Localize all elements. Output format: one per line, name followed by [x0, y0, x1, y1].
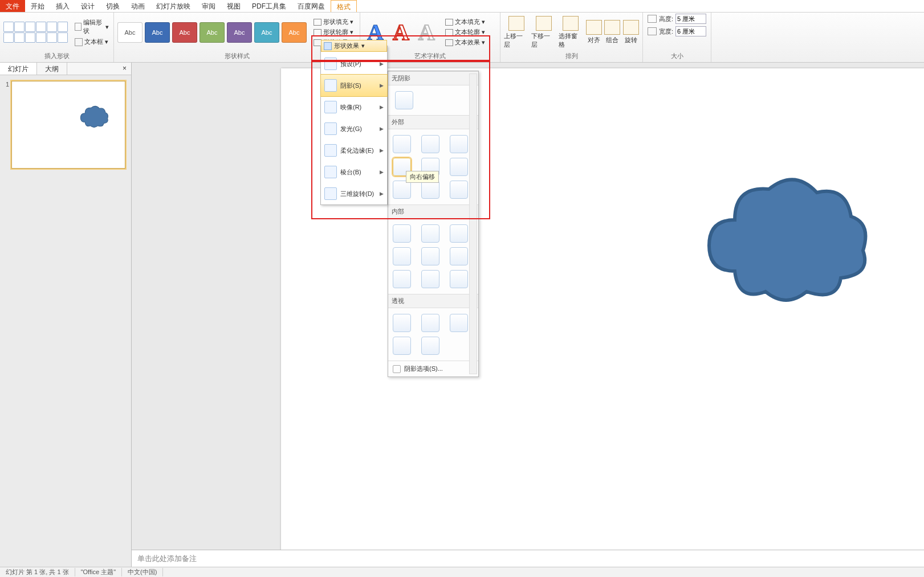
text-effects-button[interactable]: 文本效果 ▾	[444, 38, 486, 47]
text-fill-icon	[445, 19, 453, 26]
shadow-option[interactable]	[421, 224, 439, 243]
fx-glow[interactable]: 发光(G)▶	[321, 118, 387, 140]
shape-effects-menu: 形状效果 ▾ 预设(P)▶ 阴影(S)▶ 映像(R)▶ 发光(G)▶ 柔化边缘(…	[320, 46, 388, 205]
group-arrange: 上移一层 下移一层 选择窗格 对齐 组合 旋转 排列	[500, 13, 643, 62]
text-outline-button[interactable]: 文本轮廓 ▾	[444, 27, 486, 37]
fx-preset[interactable]: 预设(P)▶	[321, 53, 387, 75]
tab-pdf[interactable]: PDF工具集	[246, 0, 292, 12]
slide-thumbnail[interactable]	[11, 81, 125, 169]
text-effects-icon	[445, 39, 453, 46]
tab-home[interactable]: 开始	[25, 0, 50, 12]
shadow-option[interactable]	[450, 224, 468, 243]
notes-placeholder[interactable]: 单击此处添加备注	[132, 550, 924, 567]
menu-bar: 文件 开始 插入 设计 切换 动画 幻灯片放映 审阅 视图 PDF工具集 百度网…	[0, 0, 924, 13]
watermark: Baidu 经验 jingyan.baidu.com	[781, 457, 907, 521]
height-input[interactable]	[675, 14, 706, 24]
shape-gallery[interactable]	[3, 22, 68, 43]
shadow-option[interactable]	[393, 337, 411, 355]
group-size: 高度: 宽度: 大小	[643, 13, 711, 62]
shadow-option[interactable]	[393, 135, 411, 153]
close-panel-button[interactable]: ×	[118, 63, 131, 75]
fx-soft-edges[interactable]: 柔化边缘(E)▶	[321, 140, 387, 161]
shadow-option[interactable]	[393, 247, 411, 265]
group-button[interactable]: 组合	[604, 20, 621, 44]
slides-panel: 幻灯片 大纲 × 1	[0, 63, 132, 567]
section-perspective: 透视	[388, 294, 478, 308]
send-backward-button[interactable]: 下移一层	[531, 16, 556, 49]
shadow-options-button[interactable]: 阴影选项(S)...	[388, 361, 478, 377]
shadow-option[interactable]	[421, 314, 439, 332]
shadow-option[interactable]	[421, 135, 439, 153]
style-swatch[interactable]: Abc	[145, 22, 170, 43]
section-inner: 内部	[388, 204, 478, 219]
shadow-option[interactable]	[450, 135, 468, 153]
tab-file[interactable]: 文件	[0, 0, 25, 12]
bring-forward-icon	[508, 16, 524, 31]
shadow-option[interactable]	[450, 270, 468, 288]
cloud-shape-thumb	[78, 104, 110, 128]
effects-header[interactable]: 形状效果 ▾	[321, 40, 387, 52]
shadow-option[interactable]	[450, 314, 468, 332]
rotation-3d-icon	[324, 187, 337, 200]
shadow-option[interactable]	[421, 270, 439, 288]
edit-shape-button[interactable]: 编辑形状 ▾	[74, 18, 110, 36]
tab-transitions[interactable]: 切换	[100, 0, 125, 12]
shadow-option[interactable]	[393, 270, 411, 288]
shadow-option[interactable]	[450, 158, 468, 176]
shadow-option[interactable]	[421, 247, 439, 265]
shadow-none[interactable]	[395, 91, 413, 109]
wordart-preset[interactable]: A	[389, 19, 413, 46]
width-input[interactable]	[675, 26, 706, 36]
shadow-option[interactable]	[450, 181, 468, 199]
tab-slides[interactable]: 幻灯片	[0, 63, 37, 75]
text-fill-button[interactable]: 文本填充 ▾	[444, 17, 486, 27]
shadow-option[interactable]	[421, 337, 439, 355]
rotate-button[interactable]: 旋转	[622, 20, 639, 44]
shadow-option[interactable]	[421, 181, 439, 199]
tab-insert[interactable]: 插入	[50, 0, 75, 12]
shadow-option[interactable]	[393, 181, 411, 199]
canvas-area: Baidu 经验 jingyan.baidu.com 单击此处添加备注	[132, 63, 924, 567]
group-label: 大小	[646, 51, 707, 62]
style-swatch[interactable]: Abc	[172, 22, 197, 43]
style-swatch[interactable]: Abc	[117, 22, 143, 43]
height-label: 高度:	[659, 15, 673, 23]
gallery-scrollbar[interactable]	[469, 73, 477, 374]
fx-bevel[interactable]: 棱台(B)▶	[321, 161, 387, 183]
fx-reflection[interactable]: 映像(R)▶	[321, 96, 387, 118]
outline-icon	[314, 29, 321, 36]
cloud-shape[interactable]	[695, 169, 877, 305]
tab-animations[interactable]: 动画	[125, 0, 150, 12]
soft-edge-icon	[324, 144, 337, 157]
shape-fill-button[interactable]: 形状填充 ▾	[312, 17, 355, 27]
align-button[interactable]: 对齐	[585, 20, 602, 44]
shadow-option[interactable]	[393, 314, 411, 332]
style-swatch[interactable]: Abc	[227, 22, 252, 43]
tab-view[interactable]: 视图	[221, 0, 246, 12]
wordart-preset[interactable]: A	[415, 19, 438, 46]
style-swatch[interactable]: Abc	[282, 22, 307, 43]
shadow-option[interactable]	[450, 247, 468, 265]
fx-3d-rotation[interactable]: 三维旋转(D)▶	[321, 183, 387, 204]
style-swatch[interactable]: Abc	[200, 22, 225, 43]
width-label: 宽度:	[659, 27, 673, 36]
status-lang[interactable]: 中文(中国)	[122, 568, 163, 576]
group-insert-shapes: 编辑形状 ▾ 文本框 ▾ 插入形状	[0, 13, 114, 62]
fx-shadow[interactable]: 阴影(S)▶	[320, 74, 388, 97]
style-swatch[interactable]: Abc	[254, 22, 279, 43]
text-outline-icon	[445, 29, 453, 36]
tab-baidu[interactable]: 百度网盘	[292, 0, 331, 12]
text-box-icon	[75, 38, 83, 46]
shadow-option[interactable]	[393, 224, 411, 243]
text-box-button[interactable]: 文本框 ▾	[74, 37, 110, 47]
tab-slideshow[interactable]: 幻灯片放映	[150, 0, 196, 12]
bring-forward-button[interactable]: 上移一层	[504, 16, 529, 49]
section-outer: 外部	[388, 115, 478, 129]
tab-format[interactable]: 格式	[331, 0, 357, 12]
selection-pane-button[interactable]: 选择窗格	[559, 16, 584, 49]
tab-review[interactable]: 审阅	[196, 0, 221, 12]
shape-outline-button[interactable]: 形状轮廓 ▾	[312, 27, 355, 37]
tab-outline[interactable]: 大纲	[37, 63, 67, 75]
tab-design[interactable]: 设计	[75, 0, 100, 12]
slide-stage[interactable]: Baidu 经验 jingyan.baidu.com	[132, 63, 924, 550]
